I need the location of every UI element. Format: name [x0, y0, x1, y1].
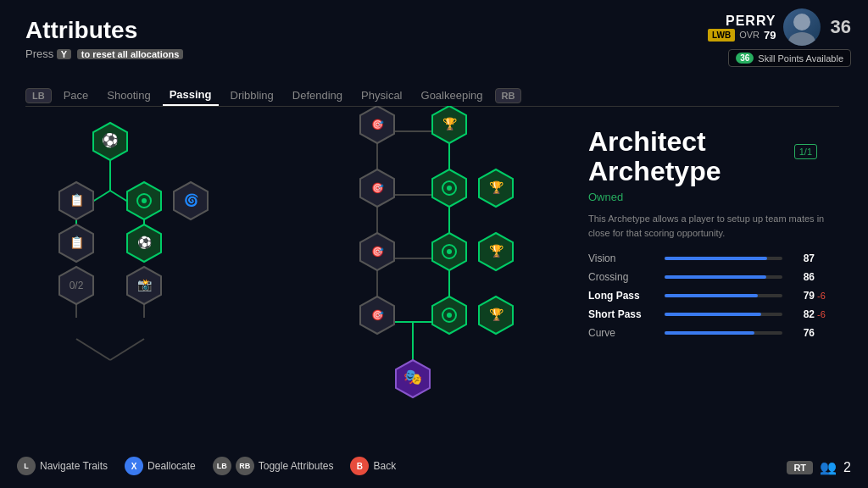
svg-point-0 — [793, 14, 810, 30]
navigate-traits: L Navigate Traits — [17, 457, 108, 475]
svg-line-9 — [76, 339, 110, 360]
stat-name: Vision — [588, 252, 665, 264]
y-button: Y — [57, 49, 71, 59]
svg-text:🎯: 🎯 — [371, 181, 384, 194]
stat-bar-bg — [665, 275, 782, 279]
svg-text:🏆: 🏆 — [489, 244, 504, 258]
stat-value: 86 — [789, 271, 815, 283]
rb-button[interactable]: RB — [495, 88, 522, 103]
stat-bar-fill — [665, 331, 754, 335]
svg-text:🏆: 🏆 — [442, 117, 458, 131]
stat-bar-fill — [665, 257, 767, 260]
stat-value: 82 — [789, 308, 815, 320]
svg-text:🏆: 🏆 — [489, 308, 504, 322]
svg-point-54 — [447, 249, 452, 254]
tab-physical[interactable]: Physical — [354, 86, 409, 105]
x-button[interactable]: X — [125, 457, 143, 475]
svg-text:🎯: 🎯 — [371, 118, 384, 130]
stat-value: 79 — [789, 290, 815, 302]
stat-value: 87 — [789, 252, 815, 264]
stat-value: 76 — [789, 327, 815, 339]
stat-name: Long Pass — [588, 290, 665, 302]
skill-label: Skill Points Available — [758, 53, 843, 64]
stat-bar-bg — [665, 331, 782, 335]
bottom-nav: L Navigate Traits X Deallocate LB RB Tog… — [17, 457, 396, 475]
tab-dribbling[interactable]: Dribbling — [224, 86, 281, 105]
tab-pace[interactable]: Pace — [57, 86, 96, 105]
stat-bar-bg — [665, 257, 782, 260]
subtitle: Press Y to reset all allocations — [25, 47, 186, 60]
svg-text:🌀: 🌀 — [184, 193, 199, 208]
ovr-label: OVR — [739, 30, 760, 40]
stat-bar-bg — [665, 313, 782, 316]
lb-bottom-button[interactable]: LB — [213, 457, 231, 475]
toggle-attributes-label: Toggle Attributes — [259, 460, 334, 472]
tab-goalkeeping[interactable]: Goalkeeping — [415, 86, 490, 105]
svg-point-28 — [142, 198, 147, 203]
toggle-attributes-action: LB RB Toggle Attributes — [213, 457, 334, 475]
l-button[interactable]: L — [17, 457, 36, 475]
position-badge: LWB — [708, 29, 735, 42]
svg-text:0/2: 0/2 — [70, 280, 84, 291]
team-icon: 👥 — [820, 459, 837, 475]
b-button[interactable]: B — [350, 457, 369, 475]
svg-text:🏆: 🏆 — [489, 180, 504, 195]
stat-row: Vision87 — [588, 252, 834, 264]
owned-tag: Owned — [588, 191, 834, 203]
svg-text:⚽: ⚽ — [102, 132, 119, 148]
stat-name: Curve — [588, 327, 665, 339]
svg-text:🎯: 🎯 — [371, 308, 384, 321]
skill-count: 36 — [736, 53, 754, 64]
lb-button[interactable]: LB — [25, 88, 52, 103]
player-avatar — [783, 8, 821, 46]
svg-text:📸: 📸 — [137, 278, 153, 292]
stat-bar-fill — [665, 275, 766, 279]
svg-text:🎭: 🎭 — [403, 368, 423, 386]
deallocate-label: Deallocate — [147, 460, 196, 472]
tab-passing[interactable]: Passing — [163, 85, 219, 106]
ovr-value: 79 — [764, 29, 776, 42]
svg-text:⚽: ⚽ — [137, 236, 153, 250]
deallocate-action: X Deallocate — [125, 457, 196, 475]
navigate-traits-label: Navigate Traits — [40, 460, 108, 472]
stats-list: Vision87Crossing86Long Pass79-6Short Pas… — [588, 252, 834, 339]
stat-bar-fill — [665, 313, 761, 316]
stat-name: Crossing — [588, 271, 665, 283]
page-title: Attributes — [25, 17, 186, 44]
stat-delta: -6 — [817, 309, 834, 319]
player-name: PERRY — [708, 14, 776, 29]
svg-point-61 — [447, 313, 452, 318]
team-count: 2 — [843, 460, 851, 475]
rt-button[interactable]: RT — [787, 461, 813, 474]
svg-point-1 — [788, 32, 815, 46]
stat-bar-fill — [665, 294, 758, 297]
stat-row: Long Pass79-6 — [588, 290, 834, 302]
svg-text:📋: 📋 — [70, 193, 85, 208]
archetype-panel: Architect Archetype 1/1 Owned This Arche… — [571, 110, 851, 363]
back-label: Back — [373, 460, 396, 472]
stat-row: Short Pass82-6 — [588, 308, 834, 320]
back-action: B Back — [350, 457, 396, 475]
player-info: PERRY LWB OVR 79 36 36 Skill Points Avai… — [708, 8, 851, 67]
stat-bar-bg — [665, 294, 782, 297]
skill-tree: ⚽ 📋 🌀 📋 ⚽ 0/2 📸 🎯 🏆 🎯 🏆 🎯 🏆 🎯 — [21, 106, 572, 462]
stat-row: Curve76 — [588, 327, 834, 339]
archetype-fraction: 1/1 — [794, 144, 817, 159]
rb-bottom-button[interactable]: RB — [236, 457, 254, 475]
archetype-description: This Archetype allows a player to setup … — [588, 212, 834, 240]
player-age: 36 — [831, 16, 851, 38]
nav-tabs: LB Pace Shooting Passing Dribbling Defen… — [25, 85, 521, 106]
bottom-right: RT 👥 2 — [787, 459, 851, 475]
svg-point-47 — [447, 186, 452, 191]
stat-name: Short Pass — [588, 308, 665, 320]
header-section: Attributes Press Y to reset all allocati… — [25, 17, 186, 60]
tab-defending[interactable]: Defending — [286, 86, 349, 105]
stat-delta: -6 — [817, 291, 834, 301]
svg-text:📋: 📋 — [70, 236, 85, 250]
skill-points-area: 36 Skill Points Available — [728, 49, 851, 67]
stat-row: Crossing86 — [588, 271, 834, 283]
tab-shooting[interactable]: Shooting — [100, 86, 157, 105]
svg-text:🎯: 🎯 — [371, 245, 384, 258]
svg-line-10 — [110, 339, 144, 360]
